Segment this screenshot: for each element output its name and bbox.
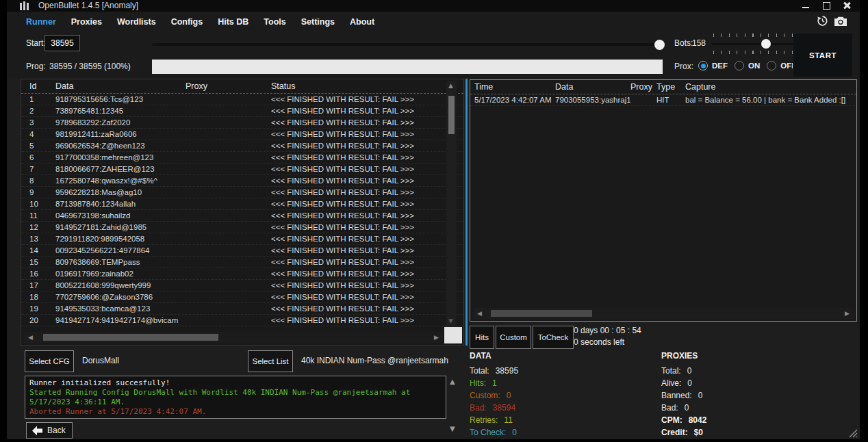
offset-slider-track [152, 43, 663, 46]
table-row[interactable]: 18 7702759606:@Zakson3786 <<< FINISHED W… [21, 291, 463, 303]
row-data: 9789683292:Zaf2020 [55, 118, 186, 127]
stat-label: Bad: [661, 403, 678, 413]
prox-off-radio[interactable] [767, 61, 776, 70]
scroll-right-icon[interactable]: ▶ [845, 311, 850, 317]
row-status: <<< FINISHED WITH RESULT: FAIL >>> [271, 304, 463, 313]
log-scroll-down-icon[interactable]: ▼ [450, 425, 455, 432]
scroll-left-icon[interactable]: ◀ [28, 335, 33, 341]
menu-wordlists[interactable]: Wordlists [117, 17, 156, 27]
app-window: OpenBullet 1.4.5 [Anomaly] Runner Proxie… [7, 0, 860, 439]
start-button[interactable]: START [793, 33, 853, 77]
menu-hitsdb[interactable]: Hits DB [218, 17, 248, 27]
hit-row[interactable]: 5/17/2023 4:42:07 AM 7903055953:yashraj1… [470, 94, 856, 106]
table-row[interactable]: 12 9149527181:Zahid@1985 <<< FINISHED WI… [21, 222, 463, 233]
offset-slider-thumb[interactable] [654, 40, 665, 50]
table-row[interactable]: 1 918795315656:Tcs@123 <<< FINISHED WITH… [21, 94, 463, 105]
table-row[interactable]: 8 1672580748:qwaszx!@#$%^ <<< FINISHED W… [21, 175, 463, 187]
row-id: 15 [29, 258, 55, 266]
table-row[interactable]: 16 0196917969:zainab02 <<< FINISHED WITH… [21, 268, 463, 280]
menu-configs[interactable]: Configs [171, 17, 203, 27]
proxy-stats-list: Total: 0 Alive: 0 Banned: 0 Bad: 0 [661, 365, 839, 439]
results-vertical-scrollbar[interactable]: ▲ ▼ [446, 81, 457, 326]
scroll-down-icon[interactable]: ▼ [448, 318, 453, 324]
stat-item: Retries: 11 [470, 414, 648, 426]
stat-item: Total: 0 [661, 365, 839, 377]
hits-table: Time Data Proxy Type Capture 5/17/2023 4… [470, 79, 857, 322]
table-row[interactable]: 7 8180066677:ZAHEER@123 <<< FINISHED WIT… [21, 164, 463, 175]
table-row[interactable]: 17 8005221608:999qwerty999 <<< FINISHED … [21, 280, 463, 291]
row-id: 18 [29, 293, 55, 301]
runner-log[interactable]: Runner initialized succesfully! Started … [25, 376, 446, 419]
hits-table-header: Time Data Proxy Type Capture [470, 80, 856, 94]
back-button[interactable]: Back [26, 422, 73, 439]
row-status: <<< FINISHED WITH RESULT: FAIL >>> [271, 223, 463, 231]
col-capture[interactable]: Capture [685, 82, 856, 92]
vertical-scroll-thumb[interactable] [448, 96, 455, 134]
select-cfg-button[interactable]: Select CFG [25, 350, 74, 372]
data-stats-title: DATA [470, 351, 648, 365]
col-type[interactable]: Type [656, 82, 685, 92]
start-input[interactable] [44, 35, 80, 51]
tab-hits[interactable]: Hits [470, 326, 494, 349]
offset-slider[interactable] [152, 40, 663, 49]
table-row[interactable]: 6 9177000358:mehreen@123 <<< FINISHED WI… [21, 152, 463, 164]
log-line: Aborted Runner at 5/17/2023 4:42:07 AM. [29, 407, 442, 417]
scroll-up-icon[interactable]: ▲ [448, 83, 453, 89]
select-list-button[interactable]: Select List [248, 350, 293, 372]
row-status: <<< FINISHED WITH RESULT: FAIL >>> [271, 107, 463, 115]
scroll-right-icon[interactable]: ▶ [434, 335, 439, 341]
table-row[interactable]: 15 8097638669:TEMPpass <<< FINISHED WITH… [21, 257, 463, 268]
table-row[interactable]: 5 9690626534:Z@heen123 <<< FINISHED WITH… [21, 140, 463, 152]
horizontal-scroll-thumb[interactable] [491, 310, 592, 317]
table-row[interactable]: 9 9596228218:Mas@ag10 <<< FINISHED WITH … [21, 187, 463, 198]
prox-on-radio[interactable] [735, 61, 744, 70]
tab-tocheck[interactable]: ToCheck [533, 326, 574, 349]
prox-def-radio[interactable] [698, 61, 708, 70]
col-proxy[interactable]: Proxy [186, 81, 271, 91]
table-row[interactable]: 3 9789683292:Zaf2020 <<< FINISHED WITH R… [21, 117, 463, 129]
history-icon[interactable] [817, 15, 828, 27]
camera-icon[interactable] [834, 16, 847, 27]
row-id: 10 [29, 200, 55, 208]
resize-grip-icon[interactable] [849, 429, 858, 438]
col-status[interactable]: Status [271, 81, 463, 91]
col-data[interactable]: Data [555, 82, 630, 92]
hits-horizontal-scrollbar[interactable]: ◀ ▶ [473, 308, 854, 319]
menu-tools[interactable]: Tools [264, 17, 285, 27]
row-status: <<< FINISHED WITH RESULT: FAIL >>> [271, 188, 463, 196]
results-horizontal-scrollbar[interactable]: ◀ ▶ [24, 332, 443, 343]
maximize-icon[interactable] [822, 1, 831, 10]
table-row[interactable]: 10 8713987840:1234allah <<< FINISHED WIT… [21, 198, 463, 210]
menu-settings[interactable]: Settings [301, 17, 335, 27]
horizontal-scroll-thumb[interactable] [43, 334, 218, 341]
stat-label: Banned: [661, 391, 692, 400]
table-row[interactable]: 13 7291911820:9899542058 <<< FINISHED WI… [21, 233, 463, 245]
row-status: <<< FINISHED WITH RESULT: FAIL >>> [271, 95, 463, 103]
results-table-body: 1 918795315656:Tcs@123 <<< FINISHED WITH… [21, 94, 463, 326]
row-id: 13 [29, 235, 55, 243]
col-data[interactable]: Data [55, 81, 186, 91]
table-row[interactable]: 11 0469673198:suhailzd <<< FINISHED WITH… [21, 210, 463, 222]
table-row[interactable]: 14 00923452566221:4977864 <<< FINISHED W… [21, 245, 463, 257]
table-row[interactable]: 20 9419427174:9419427174@bvicam <<< FINI… [21, 315, 463, 326]
scroll-left-icon[interactable]: ◀ [477, 311, 482, 317]
panel-splitter[interactable] [465, 79, 468, 346]
close-icon[interactable] [843, 1, 852, 10]
col-proxy[interactable]: Proxy [630, 82, 656, 92]
table-row[interactable]: 4 9819912411:zaRa0606 <<< FINISHED WITH … [21, 129, 463, 140]
col-id[interactable]: Id [29, 81, 55, 91]
minimize-icon[interactable] [802, 1, 810, 10]
menu-runner[interactable]: Runner [26, 17, 56, 27]
col-time[interactable]: Time [474, 82, 555, 92]
log-scroll-up-icon[interactable]: ▲ [450, 378, 455, 385]
stat-item: Bad: 0 [661, 402, 839, 414]
tab-custom[interactable]: Custom [496, 326, 531, 349]
log-lines: Runner initialized succesfully! Started … [29, 378, 442, 417]
table-row[interactable]: 19 9149535033:bcamca@123 <<< FINISHED WI… [21, 303, 463, 315]
table-row[interactable]: 2 7389765481:12345 <<< FINISHED WITH RES… [21, 105, 463, 117]
stat-label: Alive: [661, 378, 681, 388]
menu-about[interactable]: About [350, 17, 374, 27]
menu-proxies[interactable]: Proxies [71, 17, 102, 27]
bots-slider[interactable] [712, 34, 794, 54]
bots-slider-thumb[interactable] [761, 39, 771, 49]
